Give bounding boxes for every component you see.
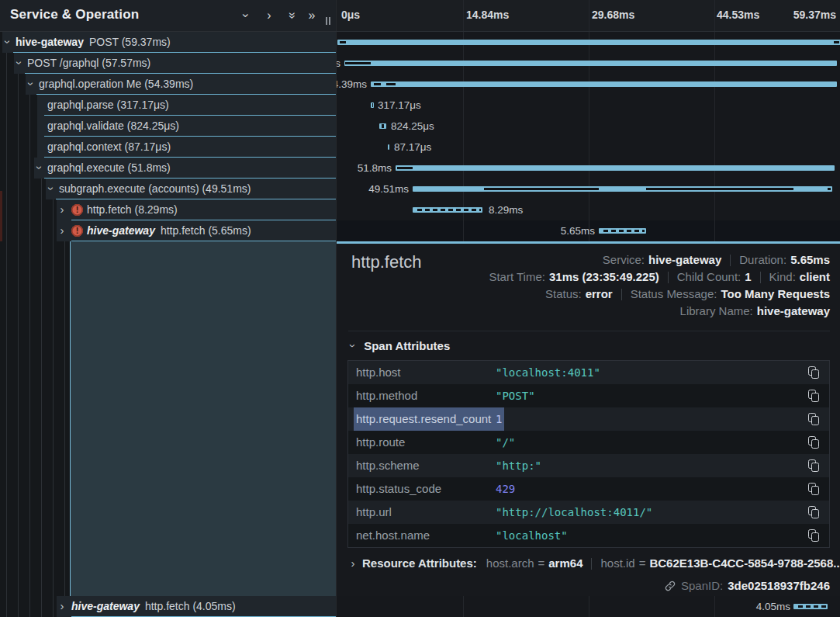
tick-label: 44.53ms [717, 9, 759, 21]
chevron-down-icon[interactable] [2, 32, 12, 53]
span-bar-graphql-validate[interactable] [379, 123, 386, 129]
chevron-right-icon [348, 555, 358, 572]
span-bar-post-graphql[interactable] [344, 61, 837, 66]
span-bar-subgraph-execute[interactable] [413, 186, 832, 192]
span-bar-http-fetch-8ms[interactable] [413, 207, 482, 213]
attribute-key: http.status_code [356, 477, 441, 501]
header-divider [0, 31, 840, 32]
duration-label: 8.29ms [489, 199, 523, 220]
attribute-value: "POST" [496, 384, 535, 407]
timeline-row: 5.65ms [337, 220, 840, 241]
attribute-row-http.route: http.route"/" [348, 431, 829, 454]
span-bar-graphql-context[interactable] [388, 144, 389, 150]
tree-row-post-graphql[interactable]: POST /graphql (57.57ms) [0, 53, 336, 74]
meta-line-3: Status:error Status Message:Too Many Req… [545, 286, 830, 303]
attribute-key: http.host [356, 361, 401, 384]
attribute-value: "localhost:4011" [496, 361, 600, 384]
attribute-value: "/" [496, 431, 515, 454]
error-icon [71, 225, 83, 237]
collapse-one-icon[interactable] [239, 8, 253, 23]
tree-row-graphql-parse[interactable]: graphql.parse (317.17μs) [0, 95, 336, 116]
status-value: error [586, 286, 613, 303]
attribute-value: "localhost" [496, 524, 568, 547]
copy-icon-button[interactable] [807, 436, 820, 449]
tree-row-graphql-execute[interactable]: graphql.execute (51.8ms) [0, 158, 336, 179]
copy-icon-button[interactable] [807, 483, 820, 495]
tree-row-http-fetch-5ms-selected[interactable]: hive-gatewayhttp.fetch (5.65ms) [0, 220, 336, 241]
service-operation-pane: Service & Operation hive-gatewayPOST (59… [0, 0, 336, 617]
equals-sign: = [639, 555, 646, 572]
span-id-value: 3de02518937fb246 [728, 577, 830, 594]
divider [348, 331, 830, 331]
copy-icon-button[interactable] [807, 366, 820, 379]
tree-row-graphql-validate[interactable]: graphql.validate (824.25μs) [0, 116, 336, 137]
copy-icon-button[interactable] [807, 413, 820, 425]
start-time-value: 31ms (23:35:49.225) [549, 269, 659, 286]
tree-row-http-fetch-4ms[interactable]: hive-gatewayhttp.fetch (4.05ms) [0, 596, 336, 617]
attribute-row-http.host: http.host"localhost:4011" [348, 361, 829, 384]
tick-label: 0μs [341, 9, 360, 21]
tick-label: 59.37ms [793, 9, 836, 21]
chevron-down-icon[interactable] [46, 179, 55, 199]
tree-row-hive-gateway-post[interactable]: hive-gatewayPOST (59.37ms) [0, 32, 336, 53]
resource-value: BC62E13B-C4CC-5854-9788-2568... [649, 555, 840, 572]
timeline-row [337, 32, 840, 53]
chevron-down-icon[interactable] [26, 74, 35, 95]
tick-label: 29.68ms [592, 9, 634, 21]
tree-row-graphql-operation-me[interactable]: graphql.operation Me (54.39ms) [0, 74, 336, 95]
span-bar-graphql-operation[interactable] [371, 81, 837, 87]
span-bar-hive-gateway-post[interactable] [337, 40, 840, 45]
operation-name: graphql.operation Me (54.39ms) [39, 74, 193, 95]
duration-value: 5.65ms [790, 251, 830, 269]
copy-icon-button[interactable] [807, 459, 820, 472]
operation-name: POST /graphql (57.57ms) [27, 53, 150, 74]
span-bar-graphql-parse[interactable] [371, 102, 374, 108]
chevron-right-icon[interactable] [57, 220, 67, 241]
chevron-right-icon[interactable] [57, 199, 67, 220]
link-icon[interactable] [665, 581, 676, 591]
duration-label: 824.25μs [391, 116, 434, 137]
expand-one-icon[interactable] [262, 8, 276, 23]
span-bar-graphql-execute[interactable] [396, 165, 835, 171]
pane-resize-handle[interactable] [325, 17, 333, 26]
resource-attributes-toggle[interactable]: Resource Attributes: host.arch=arm64host… [348, 555, 840, 572]
operation-name: subgraph.execute (accounts) (49.51ms) [59, 179, 251, 199]
operation-name: http.fetch (4.05ms) [145, 600, 236, 612]
operation-name: POST (59.37ms) [89, 36, 171, 48]
span-bar-http-fetch-5ms[interactable] [599, 228, 646, 234]
resource-key: host.id [600, 555, 634, 572]
chevron-right-icon[interactable] [57, 596, 67, 617]
duration-label: 51.8ms [358, 158, 392, 179]
duration-label: 4.05ms [756, 596, 790, 617]
duration-label: 54.39ms [336, 74, 367, 95]
copy-icon-button[interactable] [807, 529, 820, 542]
service-name: hive-gateway [16, 36, 84, 48]
attribute-key: http.method [356, 384, 417, 407]
pane-title: Service & Operation [10, 7, 139, 23]
attribute-key: http.route [356, 431, 405, 454]
attribute-value: "http:" [496, 454, 541, 477]
span-attributes-toggle[interactable]: Span Attributes [348, 338, 450, 354]
expand-all-icon[interactable] [305, 8, 319, 23]
tree-row-http-fetch-8ms[interactable]: http.fetch (8.29ms) [0, 199, 336, 220]
attribute-key: net.host.name [356, 524, 430, 547]
timeline-row: 8.29ms [337, 199, 840, 220]
tree-row-subgraph-execute[interactable]: subgraph.execute (accounts) (49.51ms) [0, 179, 336, 199]
tree-row-graphql-context[interactable]: graphql.context (87.17μs) [0, 137, 336, 158]
attribute-row-http.method: http.method"POST" [348, 384, 829, 407]
chevron-down-icon[interactable] [14, 53, 23, 74]
span-bar-http-fetch-4ms[interactable] [793, 604, 828, 609]
tick-label: 14.84ms [466, 9, 509, 21]
timeline-row: 49.51ms [337, 179, 840, 199]
chevron-down-icon[interactable] [34, 158, 43, 179]
timeline-row: 51.8ms [337, 158, 840, 179]
timeline-row: 824.25μs [337, 116, 840, 137]
copy-icon-button[interactable] [807, 506, 820, 518]
meta-line-1: Service:hive-gateway Duration:5.65ms [603, 251, 830, 269]
duration-label: 5.65ms [561, 220, 595, 241]
timeline-row: 87.17μs [337, 137, 840, 158]
duration-label: 57.57ms [336, 53, 340, 74]
collapse-all-icon[interactable] [285, 8, 299, 23]
indent-guide [64, 210, 65, 617]
copy-icon-button[interactable] [807, 390, 820, 402]
